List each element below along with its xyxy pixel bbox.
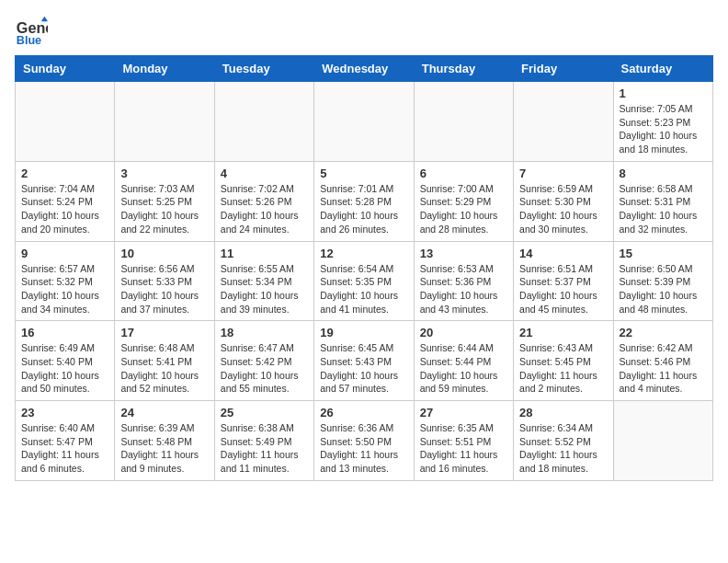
day-cell: 7Sunrise: 6:59 AMSunset: 5:30 PMDaylight…	[514, 161, 613, 241]
day-info: Sunrise: 6:55 AMSunset: 5:34 PMDaylight:…	[221, 262, 308, 316]
day-info: Sunrise: 7:00 AMSunset: 5:29 PMDaylight:…	[420, 182, 507, 236]
day-number: 1	[620, 86, 707, 100]
day-number: 14	[519, 247, 607, 260]
day-number: 9	[21, 247, 108, 260]
day-number: 22	[620, 326, 707, 339]
day-cell: 4Sunrise: 7:02 AMSunset: 5:26 PMDaylight…	[214, 161, 313, 241]
week-row: 2Sunrise: 7:04 AMSunset: 5:24 PMDaylight…	[16, 161, 713, 241]
day-number: 15	[620, 247, 707, 260]
day-number: 4	[221, 167, 308, 180]
day-cell: 24Sunrise: 6:39 AMSunset: 5:48 PMDayligh…	[115, 401, 214, 481]
day-number: 7	[519, 167, 607, 180]
col-header-tuesday: Tuesday	[214, 56, 313, 82]
col-header-saturday: Saturday	[613, 56, 712, 82]
day-info: Sunrise: 6:51 AMSunset: 5:37 PMDaylight:…	[519, 262, 607, 316]
day-info: Sunrise: 6:43 AMSunset: 5:45 PMDaylight:…	[519, 341, 607, 396]
day-info: Sunrise: 6:54 AMSunset: 5:35 PMDaylight:…	[320, 262, 407, 316]
day-cell: 6Sunrise: 7:00 AMSunset: 5:29 PMDaylight…	[414, 161, 513, 241]
day-cell	[16, 82, 115, 162]
day-cell: 21Sunrise: 6:43 AMSunset: 5:45 PMDayligh…	[514, 321, 613, 401]
day-info: Sunrise: 7:05 AMSunset: 5:23 PMDaylight:…	[620, 102, 707, 156]
day-info: Sunrise: 6:57 AMSunset: 5:32 PMDaylight:…	[21, 262, 108, 316]
day-cell: 11Sunrise: 6:55 AMSunset: 5:34 PMDayligh…	[214, 241, 313, 321]
day-cell: 16Sunrise: 6:49 AMSunset: 5:40 PMDayligh…	[16, 321, 115, 401]
col-header-sunday: Sunday	[16, 56, 115, 82]
day-cell: 5Sunrise: 7:01 AMSunset: 5:28 PMDaylight…	[314, 161, 414, 241]
day-number: 8	[620, 167, 707, 180]
day-cell: 22Sunrise: 6:42 AMSunset: 5:46 PMDayligh…	[613, 321, 712, 401]
day-cell: 26Sunrise: 6:36 AMSunset: 5:50 PMDayligh…	[314, 401, 414, 481]
day-info: Sunrise: 6:35 AMSunset: 5:51 PMDaylight:…	[420, 421, 507, 476]
day-info: Sunrise: 6:42 AMSunset: 5:46 PMDaylight:…	[620, 341, 707, 396]
day-info: Sunrise: 6:50 AMSunset: 5:39 PMDaylight:…	[620, 262, 707, 316]
day-cell	[613, 401, 712, 481]
week-row: 23Sunrise: 6:40 AMSunset: 5:47 PMDayligh…	[16, 401, 713, 481]
day-number: 26	[320, 406, 407, 419]
day-cell: 20Sunrise: 6:44 AMSunset: 5:44 PMDayligh…	[414, 321, 513, 401]
page-header: General Blue	[15, 15, 713, 48]
day-number: 3	[120, 167, 208, 180]
day-number: 20	[420, 326, 507, 339]
day-info: Sunrise: 6:58 AMSunset: 5:31 PMDaylight:…	[620, 182, 707, 236]
day-number: 21	[519, 326, 607, 339]
day-cell: 12Sunrise: 6:54 AMSunset: 5:35 PMDayligh…	[314, 241, 414, 321]
svg-text:General: General	[17, 19, 48, 36]
day-cell: 8Sunrise: 6:58 AMSunset: 5:31 PMDaylight…	[613, 161, 712, 241]
day-info: Sunrise: 6:47 AMSunset: 5:42 PMDaylight:…	[221, 341, 308, 396]
day-number: 5	[320, 167, 407, 180]
day-number: 6	[420, 167, 507, 180]
col-header-friday: Friday	[514, 56, 613, 82]
day-number: 12	[320, 247, 407, 260]
day-info: Sunrise: 7:01 AMSunset: 5:28 PMDaylight:…	[320, 182, 407, 236]
day-info: Sunrise: 6:39 AMSunset: 5:48 PMDaylight:…	[120, 421, 208, 476]
day-cell: 13Sunrise: 6:53 AMSunset: 5:36 PMDayligh…	[414, 241, 513, 321]
day-cell: 17Sunrise: 6:48 AMSunset: 5:41 PMDayligh…	[115, 321, 214, 401]
day-info: Sunrise: 6:56 AMSunset: 5:33 PMDaylight:…	[120, 262, 208, 316]
day-number: 25	[221, 406, 308, 419]
day-cell: 10Sunrise: 6:56 AMSunset: 5:33 PMDayligh…	[115, 241, 214, 321]
day-number: 28	[519, 406, 607, 419]
day-number: 24	[120, 406, 208, 419]
day-number: 18	[221, 326, 308, 339]
week-row: 1Sunrise: 7:05 AMSunset: 5:23 PMDaylight…	[16, 82, 713, 162]
day-cell: 27Sunrise: 6:35 AMSunset: 5:51 PMDayligh…	[414, 401, 513, 481]
day-cell: 9Sunrise: 6:57 AMSunset: 5:32 PMDaylight…	[16, 241, 115, 321]
day-info: Sunrise: 7:04 AMSunset: 5:24 PMDaylight:…	[21, 182, 108, 236]
week-row: 9Sunrise: 6:57 AMSunset: 5:32 PMDaylight…	[16, 241, 713, 321]
day-number: 23	[21, 406, 108, 419]
col-header-thursday: Thursday	[414, 56, 513, 82]
day-info: Sunrise: 6:36 AMSunset: 5:50 PMDaylight:…	[320, 421, 407, 476]
day-cell: 14Sunrise: 6:51 AMSunset: 5:37 PMDayligh…	[514, 241, 613, 321]
week-row: 16Sunrise: 6:49 AMSunset: 5:40 PMDayligh…	[16, 321, 713, 401]
day-cell: 1Sunrise: 7:05 AMSunset: 5:23 PMDaylight…	[613, 82, 712, 162]
day-cell: 2Sunrise: 7:04 AMSunset: 5:24 PMDaylight…	[16, 161, 115, 241]
day-info: Sunrise: 6:49 AMSunset: 5:40 PMDaylight:…	[21, 341, 108, 396]
day-info: Sunrise: 7:03 AMSunset: 5:25 PMDaylight:…	[120, 182, 208, 236]
day-info: Sunrise: 6:48 AMSunset: 5:41 PMDaylight:…	[120, 341, 208, 396]
day-cell	[414, 82, 513, 162]
day-cell: 15Sunrise: 6:50 AMSunset: 5:39 PMDayligh…	[613, 241, 712, 321]
day-number: 19	[320, 326, 407, 339]
day-info: Sunrise: 6:40 AMSunset: 5:47 PMDaylight:…	[21, 421, 108, 476]
day-cell	[115, 82, 214, 162]
day-cell: 19Sunrise: 6:45 AMSunset: 5:43 PMDayligh…	[314, 321, 414, 401]
day-cell	[514, 82, 613, 162]
col-header-wednesday: Wednesday	[314, 56, 414, 82]
day-info: Sunrise: 6:59 AMSunset: 5:30 PMDaylight:…	[519, 182, 607, 236]
day-cell: 28Sunrise: 6:34 AMSunset: 5:52 PMDayligh…	[514, 401, 613, 481]
day-info: Sunrise: 6:38 AMSunset: 5:49 PMDaylight:…	[221, 421, 308, 476]
header-row: SundayMondayTuesdayWednesdayThursdayFrid…	[16, 56, 713, 82]
col-header-monday: Monday	[115, 56, 214, 82]
day-info: Sunrise: 6:34 AMSunset: 5:52 PMDaylight:…	[519, 421, 607, 476]
svg-text:Blue: Blue	[17, 34, 41, 47]
day-info: Sunrise: 6:53 AMSunset: 5:36 PMDaylight:…	[420, 262, 507, 316]
day-cell: 25Sunrise: 6:38 AMSunset: 5:49 PMDayligh…	[214, 401, 313, 481]
day-number: 10	[120, 247, 208, 260]
day-cell: 3Sunrise: 7:03 AMSunset: 5:25 PMDaylight…	[115, 161, 214, 241]
logo-icon: General Blue	[15, 15, 48, 48]
day-info: Sunrise: 6:44 AMSunset: 5:44 PMDaylight:…	[420, 341, 507, 396]
day-cell: 23Sunrise: 6:40 AMSunset: 5:47 PMDayligh…	[16, 401, 115, 481]
calendar: SundayMondayTuesdayWednesdayThursdayFrid…	[15, 55, 713, 481]
day-info: Sunrise: 7:02 AMSunset: 5:26 PMDaylight:…	[221, 182, 308, 236]
day-number: 16	[21, 326, 108, 339]
